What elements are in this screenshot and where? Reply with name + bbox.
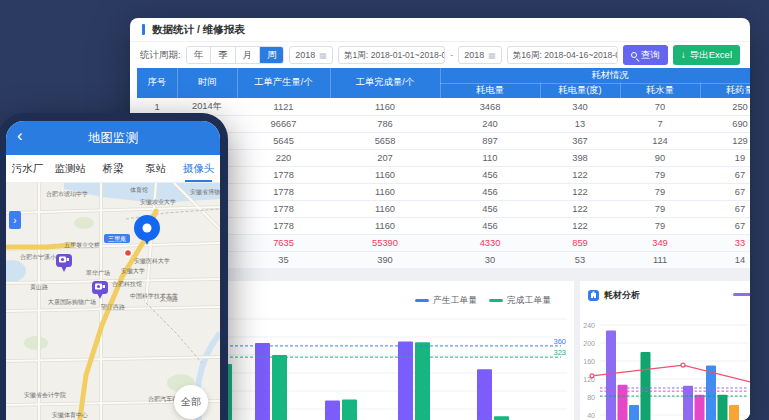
phone-tab-桥梁[interactable]: 桥梁 [92,155,135,182]
phone-tab-摄像头[interactable]: 摄像头 [177,155,220,182]
bar-完成工单量 [415,342,430,420]
cell: 1160 [330,200,440,217]
bar [606,330,616,420]
calendar-icon: ▦ [488,51,496,60]
map-place-label: 大唐国际购物广场 [48,298,96,306]
week-to-input[interactable]: 第16周: 2018-04-16~2018-04-22 [507,46,618,64]
cell: 1160 [330,183,440,200]
back-icon[interactable]: ‹ [17,127,23,144]
phone-tab-泵站[interactable]: 泵站 [134,155,177,182]
cell: 122 [540,183,620,200]
phone-tab-监测站[interactable]: 监测站 [49,155,92,182]
cell: 70 [620,98,700,115]
table-row: 12014年11211160346834070250 [137,98,750,115]
map-place-label: 太湖路 [160,296,178,303]
map-place-label: 合肥市琥珀中学 [46,190,88,198]
bar-完成工单量 [272,355,287,420]
week-from-input[interactable]: 第1周: 2018-01-01~2018-01-07 [338,46,445,64]
year-from-select[interactable]: 2018 ▦ [289,46,333,64]
map-park [74,217,94,229]
cell: 1160 [330,166,440,183]
period-option[interactable]: 季 [210,47,235,63]
cell: 1778 [237,166,330,183]
column-header: 工单完成量/个 [330,68,440,98]
alert-marker-icon[interactable] [124,249,132,257]
cell: 5645 [237,132,330,149]
bar [729,405,739,420]
bar [641,352,651,420]
period-option[interactable]: 周 [259,47,284,63]
cell: 14 [700,251,750,268]
cell: 207 [330,149,440,166]
accent-bar-icon [142,24,145,35]
y-tick-label: 160 [583,357,595,364]
map-place-label: 合肥市宁溪小学 [20,253,62,261]
cell: 1778 [237,200,330,217]
y-tick-label: 40 [587,411,595,418]
legend-item: 产生工单量 [415,295,477,307]
period-option[interactable]: 月 [235,47,260,63]
cell: 30 [440,251,540,268]
year-to-select[interactable]: 2018 ▦ [458,46,502,64]
cell: 4330 [440,234,540,251]
period-option[interactable]: 年 [187,47,211,63]
sub-column-header: 耗水量 [620,83,700,98]
breadcrumb: 数据统计 / 维修报表 [152,23,245,37]
period-label: 统计周期: [140,49,181,62]
column-header: 工单产生量/个 [237,68,330,98]
cell: 398 [540,149,620,166]
cell: 90 [620,149,700,166]
year-to-value: 2018 [464,50,484,60]
bar [718,394,728,420]
legend-item: 完成工单量 [489,295,551,307]
consumables-chart-card: 耗材分析 2402001601208040 [580,281,750,420]
cell: 96667 [237,115,330,132]
export-excel-button[interactable]: ↓ 导出Excel [673,45,740,65]
phone-tab-污水厂[interactable]: 污水厂 [6,155,49,182]
bar [618,384,628,420]
bar-完成工单量 [494,416,509,420]
left-chart-legend: 产生工单量完成工单量 [415,295,551,307]
period-option[interactable]: 日 [284,47,285,63]
map-place-label: 安徽大学 [121,267,145,275]
table-row: 177811604561227967 [137,200,750,217]
cell: 7 [620,115,700,132]
cell: 79 [620,217,700,234]
legend-label: 产生工单量 [433,295,477,307]
chevron-right-icon: › [13,215,16,226]
cell: 67 [700,183,750,200]
phone-tab-bar: 污水厂监测站桥梁泵站摄像头 [6,155,220,183]
map-all-button-label: 全部 [181,395,201,409]
cell: 690 [700,115,750,132]
map-expand-button[interactable]: › [9,211,21,229]
legend-swatch-icon [489,299,503,302]
cell: 67 [700,200,750,217]
table-row: 96667786240137690 [137,115,750,132]
avg-row: 平均值35390305311114 [137,251,750,268]
query-button[interactable]: 查询 [623,45,668,65]
cell: 111 [620,251,700,268]
sub-column-header: 耗电量 [440,83,540,98]
map-view[interactable]: 合肥市琥珀中学体育馆安徽农业大学安徽省博物馆五里墩立交桥合肥市宁溪小学安徽医科大… [6,183,220,420]
download-icon: ↓ [681,50,686,60]
line-point [681,363,685,367]
period-segmented-control: 年季月周日 [186,46,285,64]
cell: 456 [440,166,540,183]
cell: 859 [540,234,620,251]
cell: 67 [700,217,750,234]
column-header: 时间 [177,68,237,98]
chart-icon [588,290,599,301]
cell: 456 [440,217,540,234]
cell: 1121 [237,98,330,115]
breadcrumb-bar: 数据统计 / 维修报表 [130,18,750,42]
map-all-button[interactable]: 全部 [174,385,208,419]
cell: 13 [540,115,620,132]
column-header: 序号 [137,68,177,98]
bar [706,365,716,420]
export-button-label: 导出Excel [690,49,732,62]
table-row: 177811604561227967 [137,217,750,234]
cell: 1778 [237,183,330,200]
ref-line-label: 323 [553,348,566,357]
cell: 897 [440,132,540,149]
filter-bar: 统计周期: 年季月周日 2018 ▦ 第1周: 2018-01-01~2018-… [130,42,750,68]
